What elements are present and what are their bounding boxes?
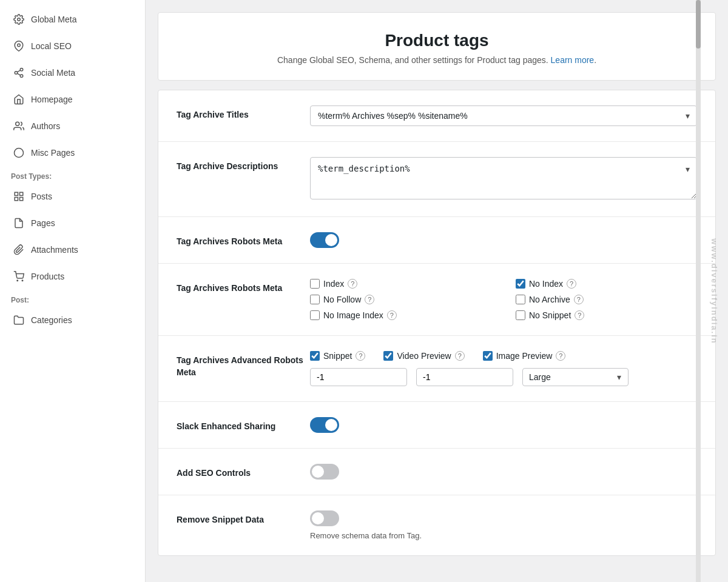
index-help-icon[interactable]: ? <box>348 279 357 289</box>
circle-icon <box>13 147 25 159</box>
sidebar-item-authors[interactable]: Authors <box>0 113 145 139</box>
learn-more-link[interactable]: Learn more <box>551 55 595 65</box>
sidebar-item-misc-pages[interactable]: Misc Pages <box>0 139 145 166</box>
tag-archive-titles-row: Tag Archive Titles %term% Archives %sep%… <box>158 90 715 142</box>
video-preview-checkbox[interactable] <box>383 351 393 361</box>
video-value-input[interactable] <box>416 368 513 386</box>
products-icon <box>13 270 25 283</box>
index-checkbox-item: Index ? <box>310 279 491 289</box>
no-index-checkbox[interactable] <box>516 279 525 289</box>
no-follow-checkbox[interactable] <box>310 295 320 304</box>
post-types-label: Post Types: <box>0 166 145 183</box>
no-image-index-label: No Image Index <box>323 310 383 320</box>
add-seo-controls-toggle[interactable] <box>310 464 339 480</box>
sidebar-item-pages[interactable]: Pages <box>0 210 145 236</box>
advanced-robots-checkboxes: Snippet ? Video Preview ? Image Preview <box>310 351 697 361</box>
video-preview-checkbox-item: Video Preview ? <box>383 351 464 361</box>
no-index-label: No Index <box>529 279 563 289</box>
sidebar-item-label: Global Meta <box>31 15 76 24</box>
image-preview-checkbox-item: Image Preview ? <box>483 351 566 361</box>
svg-point-1 <box>18 44 21 47</box>
image-size-group: Large Standard None ▾ <box>522 368 629 386</box>
toggle-slider <box>310 464 339 480</box>
slack-enhanced-sharing-row: Slack Enhanced Sharing <box>158 402 715 449</box>
snippet-label: Snippet <box>323 351 352 361</box>
remove-snippet-data-description: Remove schema data from Tag. <box>310 531 697 540</box>
tag-archives-robots-meta-toggle-row: Tag Archives Robots Meta <box>158 217 715 264</box>
tag-archive-titles-label: Tag Archive Titles <box>177 105 310 121</box>
no-image-index-checkbox-item: No Image Index ? <box>310 310 491 320</box>
no-follow-label: No Follow <box>323 295 361 304</box>
sidebar-item-label: Attachments <box>31 245 78 255</box>
sidebar-item-label: Homepage <box>31 95 73 104</box>
no-image-index-checkbox[interactable] <box>310 310 320 320</box>
snippet-checkbox[interactable] <box>310 351 320 361</box>
sidebar-item-posts[interactable]: Posts <box>0 183 145 210</box>
slack-enhanced-sharing-label: Slack Enhanced Sharing <box>177 417 310 433</box>
robots-meta-checkbox-grid: Index ? No Index ? No Follow ? <box>310 279 697 320</box>
add-seo-controls-label: Add SEO Controls <box>177 464 310 480</box>
sidebar-item-local-seo[interactable]: Local SEO <box>0 33 145 59</box>
video-preview-help-icon[interactable]: ? <box>455 351 465 361</box>
posts-icon <box>13 190 25 202</box>
svg-point-3 <box>15 72 18 75</box>
page-header: Product tags Change Global SEO, Schema, … <box>158 12 716 81</box>
image-preview-help-icon[interactable]: ? <box>556 351 565 361</box>
no-archive-checkbox[interactable] <box>516 295 525 304</box>
tag-archive-descriptions-control: %term_description% ▾ <box>310 157 697 201</box>
share-icon <box>13 67 25 79</box>
tag-archives-robots-meta-checkboxes-label: Tag Archives Robots Meta <box>177 279 310 295</box>
remove-snippet-data-row: Remove Snippet Data Remove schema data f… <box>158 495 715 555</box>
index-label: Index <box>323 279 344 289</box>
sidebar-item-categories[interactable]: Categories <box>0 307 145 333</box>
svg-point-13 <box>17 280 18 281</box>
svg-point-14 <box>22 280 23 281</box>
tag-archives-robots-meta-toggle[interactable] <box>310 232 339 248</box>
tag-archive-titles-select[interactable]: %term% Archives %sep% %sitename% <box>310 105 697 126</box>
image-size-select-wrapper: Large Standard None ▾ <box>522 368 629 386</box>
scrollbar-thumb[interactable] <box>696 0 701 48</box>
image-preview-label: Image Preview <box>496 351 553 361</box>
sidebar-item-label: Social Meta <box>31 68 75 78</box>
no-archive-help-icon[interactable]: ? <box>574 295 584 304</box>
svg-point-4 <box>20 75 23 78</box>
tag-archive-descriptions-textarea[interactable]: %term_description% <box>310 157 697 199</box>
remove-snippet-data-label: Remove Snippet Data <box>177 510 310 526</box>
slack-enhanced-sharing-toggle[interactable] <box>310 417 339 433</box>
image-size-select[interactable]: Large Standard None <box>522 368 629 386</box>
sidebar-item-label: Pages <box>31 218 55 228</box>
sidebar-item-social-meta[interactable]: Social Meta <box>0 59 145 86</box>
no-index-checkbox-item: No Index ? <box>516 279 697 289</box>
sidebar-item-label: Categories <box>31 315 72 325</box>
no-index-help-icon[interactable]: ? <box>567 279 576 289</box>
tag-archives-advanced-robots-row: Tag Archives Advanced Robots Meta Snippe… <box>158 336 715 402</box>
svg-rect-9 <box>15 192 18 195</box>
no-snippet-checkbox[interactable] <box>516 310 525 320</box>
sidebar-item-homepage[interactable]: Homepage <box>0 86 145 113</box>
sidebar-item-products[interactable]: Products <box>0 263 145 290</box>
scrollbar[interactable] <box>696 0 701 582</box>
tag-archive-descriptions-row: Tag Archive Descriptions %term_descripti… <box>158 142 715 217</box>
post-label: Post: <box>0 290 145 307</box>
page-title: Product tags <box>170 31 703 50</box>
remove-snippet-data-toggle[interactable] <box>310 510 339 526</box>
sidebar-item-global-meta[interactable]: Global Meta <box>0 6 145 33</box>
no-snippet-help-icon[interactable]: ? <box>575 310 584 320</box>
toggle-slider <box>310 232 339 248</box>
tag-archive-titles-control: %term% Archives %sep% %sitename% ▾ <box>310 105 697 126</box>
snippet-value-input[interactable] <box>310 368 407 386</box>
svg-point-2 <box>20 69 23 72</box>
svg-point-7 <box>16 122 19 125</box>
tag-archive-descriptions-textarea-wrapper: %term_description% ▾ <box>310 157 697 201</box>
index-checkbox[interactable] <box>310 279 320 289</box>
no-follow-help-icon[interactable]: ? <box>365 295 374 304</box>
video-preview-label: Video Preview <box>397 351 451 361</box>
advanced-robots-container: Snippet ? Video Preview ? Image Preview <box>310 351 697 386</box>
snippet-help-icon[interactable]: ? <box>356 351 365 361</box>
no-archive-label: No Archive <box>529 295 570 304</box>
no-follow-checkbox-item: No Follow ? <box>310 295 491 304</box>
sidebar-item-attachments[interactable]: Attachments <box>0 236 145 263</box>
no-image-index-help-icon[interactable]: ? <box>387 310 397 320</box>
image-preview-checkbox[interactable] <box>483 351 493 361</box>
svg-rect-10 <box>20 192 23 195</box>
